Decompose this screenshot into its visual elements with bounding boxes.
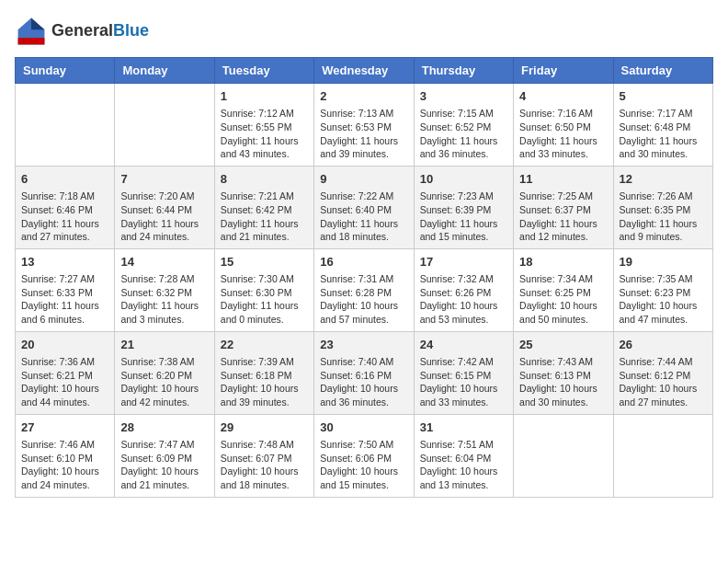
cell-content: Sunrise: 7:20 AM Sunset: 6:44 PM Dayligh… xyxy=(120,190,208,244)
day-number: 22 xyxy=(221,337,308,353)
logo-icon xyxy=(15,15,48,48)
day-number: 16 xyxy=(320,254,407,270)
cell-content: Sunrise: 7:36 AM Sunset: 6:21 PM Dayligh… xyxy=(21,355,108,409)
logo-text: GeneralBlue xyxy=(51,22,149,40)
calendar-cell xyxy=(115,84,214,167)
calendar-week-3: 13Sunrise: 7:27 AM Sunset: 6:33 PM Dayli… xyxy=(16,248,713,331)
day-number: 7 xyxy=(120,171,208,188)
calendar-cell: 15Sunrise: 7:30 AM Sunset: 6:30 PM Dayli… xyxy=(214,248,313,331)
cell-content: Sunrise: 7:32 AM Sunset: 6:26 PM Dayligh… xyxy=(420,272,507,327)
calendar-cell xyxy=(514,414,613,497)
calendar-header-row: SundayMondayTuesdayWednesdayThursdayFrid… xyxy=(16,58,713,84)
cell-content: Sunrise: 7:25 AM Sunset: 6:37 PM Dayligh… xyxy=(519,190,607,244)
calendar-cell: 11Sunrise: 7:25 AM Sunset: 6:37 PM Dayli… xyxy=(514,166,613,248)
page-header: GeneralBlue xyxy=(15,15,713,48)
calendar-cell: 4Sunrise: 7:16 AM Sunset: 6:50 PM Daylig… xyxy=(514,84,613,167)
day-number: 23 xyxy=(320,337,407,353)
cell-content: Sunrise: 7:27 AM Sunset: 6:33 PM Dayligh… xyxy=(21,272,108,327)
day-number: 6 xyxy=(21,171,108,188)
cell-content: Sunrise: 7:17 AM Sunset: 6:48 PM Dayligh… xyxy=(620,107,707,161)
calendar-cell: 24Sunrise: 7:42 AM Sunset: 6:15 PM Dayli… xyxy=(414,331,513,414)
calendar-week-5: 27Sunrise: 7:46 AM Sunset: 6:10 PM Dayli… xyxy=(16,414,713,497)
day-number: 19 xyxy=(620,254,707,270)
calendar-cell: 20Sunrise: 7:36 AM Sunset: 6:21 PM Dayli… xyxy=(16,331,115,414)
calendar-cell: 9Sunrise: 7:22 AM Sunset: 6:40 PM Daylig… xyxy=(314,166,414,248)
day-number: 27 xyxy=(21,419,108,436)
day-number: 17 xyxy=(420,254,507,270)
day-number: 20 xyxy=(21,337,108,353)
cell-content: Sunrise: 7:23 AM Sunset: 6:39 PM Dayligh… xyxy=(420,190,507,244)
calendar-table: SundayMondayTuesdayWednesdayThursdayFrid… xyxy=(15,57,713,498)
day-number: 31 xyxy=(420,419,507,436)
cell-content: Sunrise: 7:38 AM Sunset: 6:20 PM Dayligh… xyxy=(120,355,208,409)
calendar-cell xyxy=(613,414,712,497)
calendar-cell: 26Sunrise: 7:44 AM Sunset: 6:12 PM Dayli… xyxy=(613,331,712,414)
cell-content: Sunrise: 7:44 AM Sunset: 6:12 PM Dayligh… xyxy=(620,355,707,409)
svg-marker-1 xyxy=(31,18,44,30)
calendar-cell: 6Sunrise: 7:18 AM Sunset: 6:46 PM Daylig… xyxy=(16,166,115,248)
day-number: 4 xyxy=(519,88,607,105)
cell-content: Sunrise: 7:34 AM Sunset: 6:25 PM Dayligh… xyxy=(519,272,607,327)
calendar-cell: 29Sunrise: 7:48 AM Sunset: 6:07 PM Dayli… xyxy=(214,414,313,497)
calendar-cell: 10Sunrise: 7:23 AM Sunset: 6:39 PM Dayli… xyxy=(414,166,513,248)
day-number: 28 xyxy=(120,419,208,436)
day-number: 25 xyxy=(519,337,607,353)
day-header-monday: Monday xyxy=(115,58,214,84)
day-number: 11 xyxy=(519,171,607,188)
cell-content: Sunrise: 7:28 AM Sunset: 6:32 PM Dayligh… xyxy=(120,272,208,327)
day-number: 15 xyxy=(221,254,308,270)
cell-content: Sunrise: 7:47 AM Sunset: 6:09 PM Dayligh… xyxy=(120,438,208,492)
calendar-cell: 27Sunrise: 7:46 AM Sunset: 6:10 PM Dayli… xyxy=(16,414,115,497)
day-number: 24 xyxy=(420,337,507,353)
svg-rect-2 xyxy=(18,38,45,44)
cell-content: Sunrise: 7:15 AM Sunset: 6:52 PM Dayligh… xyxy=(420,107,507,161)
cell-content: Sunrise: 7:42 AM Sunset: 6:15 PM Dayligh… xyxy=(420,355,507,409)
logo: GeneralBlue xyxy=(15,15,149,48)
calendar-cell: 7Sunrise: 7:20 AM Sunset: 6:44 PM Daylig… xyxy=(115,166,214,248)
calendar-cell: 12Sunrise: 7:26 AM Sunset: 6:35 PM Dayli… xyxy=(613,166,712,248)
day-header-tuesday: Tuesday xyxy=(214,58,313,84)
day-number: 10 xyxy=(420,171,507,188)
cell-content: Sunrise: 7:31 AM Sunset: 6:28 PM Dayligh… xyxy=(320,272,407,327)
cell-content: Sunrise: 7:30 AM Sunset: 6:30 PM Dayligh… xyxy=(221,272,308,327)
day-number: 30 xyxy=(320,419,407,436)
day-number: 3 xyxy=(420,88,507,105)
cell-content: Sunrise: 7:46 AM Sunset: 6:10 PM Dayligh… xyxy=(21,438,108,492)
day-header-friday: Friday xyxy=(514,58,613,84)
calendar-cell: 31Sunrise: 7:51 AM Sunset: 6:04 PM Dayli… xyxy=(414,414,513,497)
day-header-sunday: Sunday xyxy=(16,58,115,84)
day-header-thursday: Thursday xyxy=(414,58,513,84)
calendar-week-2: 6Sunrise: 7:18 AM Sunset: 6:46 PM Daylig… xyxy=(16,166,713,248)
day-number: 2 xyxy=(320,88,407,105)
cell-content: Sunrise: 7:43 AM Sunset: 6:13 PM Dayligh… xyxy=(519,355,607,409)
calendar-cell: 19Sunrise: 7:35 AM Sunset: 6:23 PM Dayli… xyxy=(613,248,712,331)
calendar-cell: 1Sunrise: 7:12 AM Sunset: 6:55 PM Daylig… xyxy=(214,84,313,167)
cell-content: Sunrise: 7:13 AM Sunset: 6:53 PM Dayligh… xyxy=(320,107,407,161)
cell-content: Sunrise: 7:48 AM Sunset: 6:07 PM Dayligh… xyxy=(221,438,308,492)
cell-content: Sunrise: 7:18 AM Sunset: 6:46 PM Dayligh… xyxy=(21,190,108,244)
calendar-cell: 30Sunrise: 7:50 AM Sunset: 6:06 PM Dayli… xyxy=(314,414,414,497)
calendar-cell xyxy=(16,84,115,167)
calendar-cell: 25Sunrise: 7:43 AM Sunset: 6:13 PM Dayli… xyxy=(514,331,613,414)
calendar-cell: 18Sunrise: 7:34 AM Sunset: 6:25 PM Dayli… xyxy=(514,248,613,331)
cell-content: Sunrise: 7:16 AM Sunset: 6:50 PM Dayligh… xyxy=(519,107,607,161)
calendar-cell: 28Sunrise: 7:47 AM Sunset: 6:09 PM Dayli… xyxy=(115,414,214,497)
calendar-week-4: 20Sunrise: 7:36 AM Sunset: 6:21 PM Dayli… xyxy=(16,331,713,414)
day-number: 18 xyxy=(519,254,607,270)
day-header-saturday: Saturday xyxy=(613,58,712,84)
day-number: 1 xyxy=(221,88,308,105)
cell-content: Sunrise: 7:12 AM Sunset: 6:55 PM Dayligh… xyxy=(221,107,308,161)
calendar-cell: 14Sunrise: 7:28 AM Sunset: 6:32 PM Dayli… xyxy=(115,248,214,331)
cell-content: Sunrise: 7:40 AM Sunset: 6:16 PM Dayligh… xyxy=(320,355,407,409)
day-header-wednesday: Wednesday xyxy=(314,58,414,84)
calendar-cell: 22Sunrise: 7:39 AM Sunset: 6:18 PM Dayli… xyxy=(214,331,313,414)
cell-content: Sunrise: 7:26 AM Sunset: 6:35 PM Dayligh… xyxy=(620,190,707,244)
day-number: 12 xyxy=(620,171,707,188)
cell-content: Sunrise: 7:21 AM Sunset: 6:42 PM Dayligh… xyxy=(221,190,308,244)
day-number: 26 xyxy=(620,337,707,353)
calendar-cell: 13Sunrise: 7:27 AM Sunset: 6:33 PM Dayli… xyxy=(16,248,115,331)
cell-content: Sunrise: 7:51 AM Sunset: 6:04 PM Dayligh… xyxy=(420,438,507,492)
cell-content: Sunrise: 7:22 AM Sunset: 6:40 PM Dayligh… xyxy=(320,190,407,244)
cell-content: Sunrise: 7:50 AM Sunset: 6:06 PM Dayligh… xyxy=(320,438,407,492)
cell-content: Sunrise: 7:35 AM Sunset: 6:23 PM Dayligh… xyxy=(620,272,707,327)
